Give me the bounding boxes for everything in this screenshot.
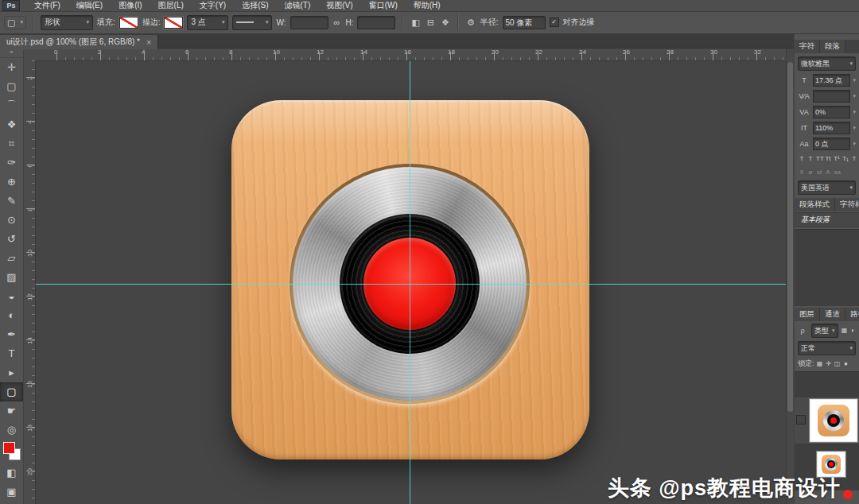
gear-icon[interactable]: ⚙ [465,17,476,28]
text-style-button[interactable]: TT [815,154,823,164]
fill-swatch[interactable] [119,17,138,29]
opentype-button[interactable]: st [815,168,823,177]
zoom-tool[interactable]: ◎ [0,421,23,440]
ruler-corner[interactable] [23,48,36,61]
clone-stamp-tool[interactable]: ⊙ [0,211,23,230]
visibility-toggle[interactable] [796,415,806,425]
panel-tab[interactable]: 字符 [795,40,820,53]
screen-mode-button[interactable]: ▣ [0,483,23,502]
blur-tool[interactable]: ◒ [0,287,23,306]
text-style-button[interactable]: T [807,154,814,164]
font-family-select[interactable]: 微软雅黑 ▾ [798,56,856,71]
menu-item[interactable]: 文件(F) [26,0,68,11]
panel-tab[interactable]: 通道 [820,308,845,321]
width-input[interactable] [290,16,328,29]
type-tool[interactable]: T [0,344,23,363]
lock-button[interactable]: ▦ [816,359,824,369]
layer-row[interactable] [795,397,859,444]
filter-button[interactable]: ◐ [849,326,857,335]
menu-item[interactable]: 窗口(W) [361,0,406,11]
panel-tab[interactable]: 字符样式 [835,198,859,211]
lock-button[interactable]: ✛ [825,359,833,369]
opentype-button[interactable]: fi [798,168,806,177]
align-edges-checkbox[interactable]: ✓ [550,17,559,27]
lasso-tool[interactable]: ⌒ [0,96,23,115]
quick-selection-tool[interactable]: ❖ [0,115,23,134]
close-icon[interactable]: × [146,38,151,47]
char-attribute-field[interactable]: 17.36 点 [813,74,850,87]
menu-item[interactable]: 滤镜(T) [277,0,319,11]
menu-item[interactable]: 帮助(H) [406,0,449,11]
lock-button[interactable]: ◫ [834,359,842,369]
filter-button[interactable]: ▦ [841,326,849,335]
chevron-down-icon[interactable]: ▾ [853,77,856,83]
hand-tool[interactable]: ☛ [0,401,23,421]
stroke-width-select[interactable]: 3 点 ▾ [187,15,228,30]
layer-filter-select[interactable]: 类型 ▾ [811,324,838,338]
paragraph-style-item[interactable]: 基本段落 [795,212,859,227]
move-tool[interactable]: ✛ [0,58,23,77]
marquee-tool[interactable]: ▢ [0,77,23,96]
brush-tool[interactable]: ✎ [0,192,23,211]
vertical-ruler[interactable]: 2468101214161820 [24,60,36,504]
panel-tab[interactable]: 段落样式 [795,198,835,211]
text-style-button[interactable]: T [850,154,858,164]
ruler-number: 32 [754,48,761,56]
eyedropper-tool[interactable]: ✑ [0,153,23,173]
opentype-button[interactable]: aa [833,168,842,177]
chevron-down-icon[interactable]: ▾ [853,93,856,99]
char-attribute-field[interactable]: 0% [813,106,850,118]
dodge-tool[interactable]: ◐ [0,306,23,325]
quick-mask-button[interactable]: ◧ [0,463,23,483]
eraser-tool[interactable]: ▱ [0,249,23,268]
panel-tab[interactable]: 路径 [845,308,859,321]
document-tab[interactable]: ui设计.psd @ 100% (图层 6, RGB/8) * × [0,35,158,49]
chevron-down-icon[interactable]: ▾ [853,125,856,131]
history-brush-tool[interactable]: ↺ [0,230,23,249]
char-attribute-field[interactable] [813,90,850,103]
opentype-button[interactable]: A [824,168,832,177]
canvas[interactable] [35,60,786,504]
menu-item[interactable]: 图像(I) [111,0,150,11]
menu-item[interactable]: 图层(L) [150,0,192,11]
link-dimensions-icon[interactable]: ∞ [332,17,342,27]
text-style-button[interactable]: T₁ [842,154,849,164]
lock-button[interactable]: ● [842,359,850,369]
path-operations-icon[interactable]: ◧ [410,17,421,28]
panel-tab[interactable]: 段落 [820,40,845,53]
opentype-button[interactable]: ø [807,168,814,177]
text-style-button[interactable]: T¹ [833,154,841,164]
tool-preset-button[interactable]: ▢ ▾ [4,16,26,29]
text-style-button[interactable]: T [798,154,806,164]
stroke-swatch[interactable] [164,17,183,29]
foreground-color-swatch[interactable] [3,442,15,454]
crop-tool[interactable]: ⌗ [0,134,23,153]
path-arrange-icon[interactable]: ❖ [440,17,451,28]
chevron-down-icon[interactable]: ▾ [853,109,856,115]
healing-brush-tool[interactable]: ⊕ [0,173,23,192]
horizontal-ruler[interactable]: 02468101214161820222426283032 [35,48,786,61]
path-selection-tool[interactable]: ▸ [0,363,23,382]
shape-tool[interactable]: ▢ [0,382,23,401]
gradient-tool[interactable]: ▨ [0,268,23,287]
radius-input[interactable]: 50 像素 [503,16,546,29]
stroke-type-select[interactable]: ▾ [232,15,272,30]
menu-item[interactable]: 编辑(E) [68,0,111,11]
layer-thumbnail[interactable] [810,399,857,442]
blend-mode-select[interactable]: 正常 ▾ [798,341,856,355]
scrollbar-thumb[interactable] [787,62,793,412]
menu-item[interactable]: 视图(V) [318,0,360,11]
pen-tool[interactable]: ✒ [0,325,23,344]
chevron-down-icon[interactable]: ▾ [853,141,856,147]
menu-item[interactable]: 文字(Y) [192,0,234,11]
char-attribute-field[interactable]: 0 点 [813,138,850,150]
height-input[interactable] [357,16,395,29]
menu-item[interactable]: 选择(S) [234,0,276,11]
panel-tab[interactable]: 图层 [795,308,820,321]
vertical-scale-row: IT 110% ▾ [798,122,856,134]
text-style-button[interactable]: Tt [824,154,832,164]
tool-mode-select[interactable]: 形状 ▾ [41,15,93,30]
language-select[interactable]: 美国英语 ▾ [798,180,856,195]
path-align-icon[interactable]: ⊟ [426,17,436,28]
char-attribute-field[interactable]: 110% [813,122,850,134]
